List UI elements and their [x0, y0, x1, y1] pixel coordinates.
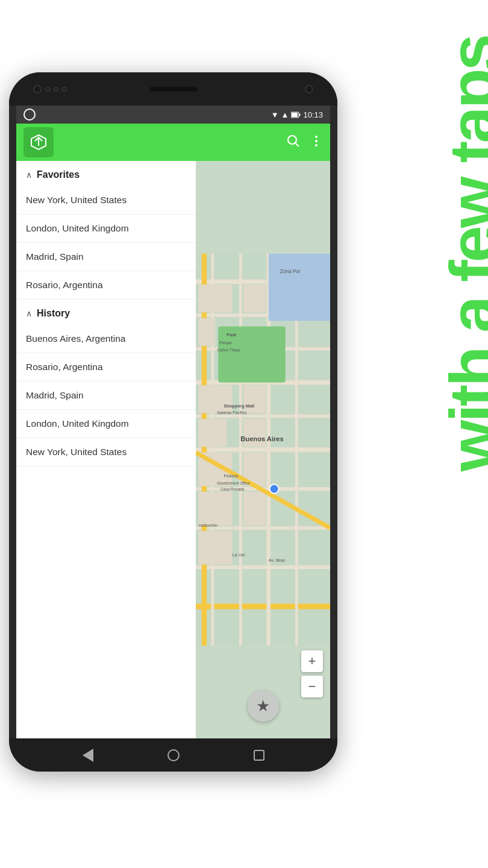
history-chevron-icon: ∧ — [26, 309, 32, 318]
svg-text:Zona Por: Zona Por — [280, 268, 301, 274]
favorite-item-4[interactable]: Rosario, Argentina — [16, 271, 196, 300]
svg-text:Casa Rosada: Casa Rosada — [221, 487, 245, 491]
svg-text:Park: Park — [227, 332, 237, 338]
promo-text: with a few taps — [440, 36, 488, 471]
signal-icon: ▲ — [281, 110, 289, 119]
svg-text:Parque: Parque — [219, 341, 232, 345]
favorite-item-3[interactable]: Madrid, Spain — [16, 243, 196, 271]
svg-point-5 — [288, 136, 296, 144]
favorites-chevron-icon: ∧ — [26, 170, 32, 180]
svg-rect-28 — [199, 285, 233, 312]
svg-text:Av. Bras: Av. Bras — [269, 558, 286, 563]
history-section-header[interactable]: ∧ History — [16, 300, 196, 325]
history-item-5[interactable]: New York, United States — [16, 438, 196, 467]
favorites-section-header[interactable]: ∧ Favorites — [16, 161, 196, 186]
svg-rect-2 — [292, 113, 298, 117]
app-logo — [23, 127, 54, 157]
phone-screen: ▼ ▲ 10:13 — [16, 105, 330, 738]
zoom-out-button[interactable]: − — [301, 676, 323, 697]
star-bookmark-button[interactable]: ★ — [248, 690, 279, 722]
history-item-1[interactable]: Buenos Aires, Argentina — [16, 325, 196, 353]
app-header — [16, 124, 330, 161]
svg-rect-37 — [199, 492, 233, 526]
svg-text:Shopping Mall: Shopping Mall — [224, 403, 254, 409]
svg-text:Government Office: Government Office — [217, 481, 250, 485]
svg-rect-32 — [199, 419, 227, 447]
menu-button[interactable] — [310, 134, 323, 151]
favorite-item-1[interactable]: New York, United States — [16, 186, 196, 215]
phone-frame: ▼ ▲ 10:13 — [9, 72, 337, 772]
svg-rect-1 — [299, 113, 301, 116]
recent-apps-button[interactable] — [254, 750, 264, 761]
svg-text:La Usi: La Usi — [232, 552, 245, 558]
battery-icon — [291, 112, 301, 118]
status-bar: ▼ ▲ 10:13 — [16, 105, 330, 124]
sensor-dots — [45, 87, 67, 92]
svg-point-9 — [315, 144, 318, 146]
phone-bezel-top — [9, 72, 337, 105]
svg-rect-30 — [199, 318, 216, 346]
svg-text:Galerias Pacifico: Galerias Pacifico — [217, 410, 246, 415]
history-item-2[interactable]: Rosario, Argentina — [16, 353, 196, 382]
status-time: 10:13 — [303, 110, 323, 119]
svg-text:nstitución: nstitución — [199, 523, 217, 528]
svg-point-41 — [270, 485, 279, 494]
front-camera — [33, 85, 42, 93]
home-button[interactable] — [167, 749, 180, 761]
map-view[interactable]: Zona Por Park Parque Carlos Thays Shoppi… — [196, 161, 330, 738]
svg-point-7 — [315, 136, 318, 138]
app-content: ∧ Favorites New York, United States Lond… — [16, 161, 330, 738]
phone-nav-bar — [9, 738, 337, 772]
svg-rect-34 — [243, 419, 266, 447]
svg-text:Carlos Thays: Carlos Thays — [217, 348, 240, 353]
svg-rect-31 — [199, 385, 233, 413]
history-title: History — [37, 308, 70, 319]
svg-rect-39 — [243, 492, 266, 526]
history-item-4[interactable]: London, United Kingdom — [16, 410, 196, 438]
favorites-title: Favorites — [37, 169, 80, 180]
zoom-in-button[interactable]: + — [301, 650, 323, 672]
svg-rect-33 — [243, 385, 266, 413]
front-camera-right — [305, 85, 313, 93]
phone-speaker — [149, 87, 198, 92]
svg-rect-29 — [243, 285, 266, 312]
wifi-icon: ▼ — [271, 110, 279, 119]
back-button[interactable] — [83, 749, 93, 762]
search-button[interactable] — [286, 133, 300, 151]
svg-rect-38 — [199, 531, 233, 565]
svg-line-6 — [296, 143, 299, 147]
favorite-item-2[interactable]: London, United Kingdom — [16, 215, 196, 243]
status-circle — [23, 108, 36, 121]
history-item-3[interactable]: Madrid, Spain — [16, 382, 196, 410]
logo-icon — [29, 133, 48, 152]
status-icons: ▼ ▲ 10:13 — [271, 110, 323, 119]
svg-rect-27 — [269, 254, 330, 321]
svg-text:Buenos Aires: Buenos Aires — [240, 435, 283, 442]
navigation-drawer: ∧ Favorites New York, United States Lond… — [16, 161, 196, 738]
svg-point-8 — [315, 140, 318, 142]
svg-text:Federal: Federal — [224, 474, 238, 478]
